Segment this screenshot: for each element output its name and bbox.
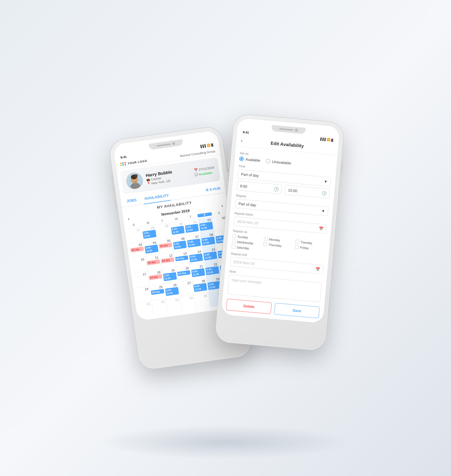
save-button[interactable]: Save: [274, 303, 320, 318]
cal-cell-13[interactable]: 13 All day: [174, 250, 190, 267]
cal-cell-05[interactable]: 05 All day: [158, 238, 174, 254]
repeat-end-placeholder: 2019-Nov-19: [233, 260, 255, 265]
logo-dot-5: [122, 164, 124, 166]
chat-icon: 💬: [194, 173, 198, 176]
day-t2: T: [183, 214, 198, 219]
cal-cell-25[interactable]: 25 All day: [150, 284, 166, 300]
cal-cell-08[interactable]: 08 6:00- 12:00: [200, 232, 216, 248]
tuesday-label: Tuesday: [300, 240, 313, 245]
cal-cell-14[interactable]: 14 6:00- 12:00: [188, 248, 204, 265]
tuesday-checkbox[interactable]: Tuesday: [295, 240, 326, 246]
silent-button: [111, 175, 113, 183]
cal-cell-26[interactable]: 26 6:00- 12:00: [164, 282, 180, 298]
clock-icon-end: 🕐: [322, 191, 327, 195]
cal-cell-n01[interactable]: 01: [138, 301, 154, 317]
available-radio-inner: [240, 158, 243, 160]
next-month-button[interactable]: ›: [221, 203, 223, 209]
cal-cell-20[interactable]: 20 All day: [176, 265, 192, 282]
cal-cell-10[interactable]: 10: [131, 256, 148, 273]
day-s1: S: [127, 222, 141, 227]
start-time-field[interactable]: 9:00 🕐: [236, 181, 282, 194]
unavailable-radio-circle[interactable]: [266, 159, 270, 163]
logo-dot-3: [124, 162, 126, 163]
phone-2: 9:41 ▐▐▐ 🛜 ▓ ‹ Edit Availability Set as: [215, 114, 344, 351]
day-s2: S: [212, 210, 226, 215]
cal-cell-11[interactable]: 11 All day: [145, 254, 162, 271]
cal-cell-24[interactable]: 24: [135, 286, 152, 302]
cal-cell-28b[interactable]: 28 6:00- 12:00: [192, 278, 209, 295]
cal-cell-12[interactable]: 12 All day: [160, 252, 176, 269]
cal-cell-01a[interactable]: 01 6:00 - 12:00: [198, 217, 215, 233]
cal-cell-28[interactable]: 28 6:00 - 12:00: [141, 225, 158, 241]
sunday-checkbox[interactable]: Sunday: [232, 234, 262, 240]
logo-dot-4: [120, 164, 122, 166]
status-icons-1: ▐▐▐ 🛜 ▓: [199, 143, 213, 148]
time-display-2: 9:41: [243, 130, 249, 134]
cal-cell-30[interactable]: 30 6:00 - 12:00: [170, 221, 186, 237]
saturday-checkbox[interactable]: Saturday: [231, 245, 262, 251]
vol-down-button: [114, 199, 117, 210]
start-time-value: 9:00: [240, 183, 247, 188]
friday-checkbox-sq[interactable]: [295, 245, 299, 249]
cal-cell-07[interactable]: 07 6:00- 12:00: [186, 234, 202, 250]
saturday-label: Saturday: [236, 245, 249, 250]
monday-checkbox[interactable]: Monday: [264, 237, 294, 243]
day-f: F: [197, 212, 212, 217]
phone2-power-button: [341, 163, 343, 174]
cal-cell-17[interactable]: 17: [133, 271, 150, 288]
cal-cell-19[interactable]: 19 6:00- 12:00: [162, 267, 178, 284]
cal-cell-27b[interactable]: 27: [178, 280, 194, 296]
cal-cell-29[interactable]: 29: [156, 223, 172, 239]
monday-checkbox-sq[interactable]: [264, 237, 268, 241]
edit-title: Edit Availability: [270, 141, 304, 149]
cal-cell-22[interactable]: 22 6:00- 12:00: [204, 261, 221, 278]
phone-2-screen: 9:41 ▐▐▐ 🛜 ▓ ‹ Edit Availability Set as: [221, 118, 340, 323]
cal-cell-18[interactable]: 18 All day: [147, 269, 164, 286]
cal-cell-31[interactable]: 31 6:00 - 12:00: [184, 219, 200, 235]
profile-right: 📅 27/11/2019 💬 Available: [194, 165, 215, 176]
cal-cell-n04[interactable]: 04: [180, 295, 196, 311]
available-label: Available: [245, 157, 260, 163]
time-display-1: 9:41: [120, 155, 127, 159]
prev-month-button[interactable]: ‹: [128, 216, 130, 222]
cal-cell-n02[interactable]: 02: [152, 299, 168, 315]
cal-cell-03[interactable]: 03 All day: [129, 242, 145, 258]
logo-dot-6: [124, 164, 126, 165]
speaker-grille: [157, 143, 171, 147]
available-radio[interactable]: Available: [239, 156, 260, 162]
unavailable-radio[interactable]: Unavailable: [266, 159, 291, 165]
available-radio-circle[interactable]: [239, 156, 244, 161]
delete-button[interactable]: Delete: [226, 298, 272, 314]
tab-ehub[interactable]: ⚙ E-HUB: [205, 183, 221, 195]
cal-cell-n03[interactable]: 03: [166, 297, 182, 313]
end-time-field[interactable]: 15:00 🕐: [285, 185, 330, 198]
cal-cell-n05[interactable]: 05: [194, 293, 211, 309]
cal-cell-27[interactable]: 27: [127, 227, 143, 243]
back-button[interactable]: ‹: [241, 138, 243, 143]
thursday-checkbox[interactable]: Thursday: [263, 242, 293, 248]
vol-up-button: [112, 186, 115, 196]
wednesday-checkbox[interactable]: Wednesday: [232, 239, 262, 245]
location-icon: 📍: [147, 182, 151, 185]
wifi-icon-2: 🛜: [326, 138, 330, 141]
wednesday-checkbox-sq[interactable]: [232, 239, 236, 243]
left-buttons: [111, 175, 117, 210]
sunday-checkbox-sq[interactable]: [232, 234, 236, 238]
saturday-checkbox-sq[interactable]: [231, 245, 235, 249]
cal-cell-04[interactable]: 04 6:00- 12:00: [143, 240, 160, 256]
signal-icon: ▐▐▐: [199, 144, 206, 148]
battery-icon-2: ▓: [331, 138, 333, 141]
calendar-icon-end: 📅: [315, 267, 320, 271]
tuesday-checkbox-sq[interactable]: [295, 240, 299, 243]
unavailable-label: Unavailable: [272, 159, 291, 165]
cal-cell-06[interactable]: 06 6:00- 12:00: [172, 236, 188, 252]
cal-cell-15[interactable]: 15 6:00- 12:00: [202, 246, 218, 263]
briefcase-icon: 💼: [146, 178, 150, 181]
thursday-checkbox-sq[interactable]: [263, 242, 267, 246]
cal-cell-21[interactable]: 21 6:00- 12:00: [190, 263, 206, 280]
ehub-icon: ⚙: [205, 188, 209, 192]
friday-checkbox[interactable]: Friday: [295, 245, 325, 251]
tab-jobs[interactable]: JOBS: [125, 195, 138, 207]
logo-area: YOUR LOGO: [120, 159, 147, 166]
repeat-arrow-icon: ▼: [321, 209, 325, 213]
